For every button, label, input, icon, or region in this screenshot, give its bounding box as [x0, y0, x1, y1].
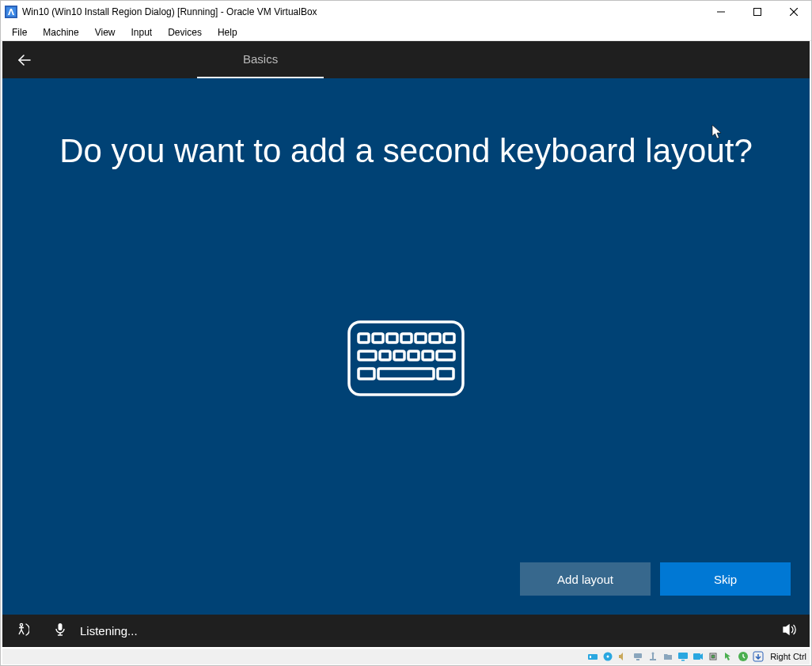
svg-rect-32	[634, 653, 642, 658]
svg-rect-28	[588, 654, 598, 660]
svg-rect-3	[754, 9, 761, 16]
maximize-button[interactable]	[739, 0, 776, 24]
svg-rect-29	[590, 656, 591, 658]
keyboard-icon	[347, 320, 465, 400]
microphone-icon[interactable]	[55, 622, 66, 640]
cpu-icon[interactable]	[707, 650, 719, 663]
svg-rect-20	[437, 351, 454, 360]
menu-file[interactable]: File	[4, 25, 35, 40]
harddisk-icon[interactable]	[586, 650, 599, 663]
hostkey-label: Right Ctrl	[770, 652, 806, 661]
svg-rect-36	[650, 659, 656, 660]
svg-rect-23	[438, 369, 453, 379]
mouse-integration-icon[interactable]	[722, 650, 734, 663]
recording-icon[interactable]	[692, 650, 704, 663]
usb-icon[interactable]	[647, 650, 659, 663]
svg-rect-14	[444, 334, 454, 342]
button-row: Add layout Skip	[520, 562, 791, 596]
svg-rect-22	[378, 369, 434, 379]
svg-rect-25	[59, 623, 63, 630]
window-title: Win10 (Win10 Install Region Dialog) [Run…	[22, 6, 703, 17]
menubar: File Machine View Input Devices Help	[0, 24, 812, 41]
tab-basics[interactable]: Basics	[197, 41, 324, 78]
oobe-canvas: Do you want to add a second keyboard lay…	[2, 78, 810, 615]
close-button[interactable]	[776, 0, 812, 24]
mouse-cursor-icon	[711, 124, 723, 144]
menu-view[interactable]: View	[87, 25, 123, 40]
svg-rect-10	[387, 334, 397, 342]
optical-icon[interactable]	[601, 650, 614, 663]
svg-rect-1	[6, 7, 16, 17]
svg-rect-21	[359, 369, 374, 379]
svg-rect-39	[693, 653, 700, 660]
keyboard-capture-icon[interactable]	[737, 650, 749, 663]
listening-status: Listening...	[80, 624, 783, 638]
minimize-button[interactable]	[703, 0, 739, 24]
accessibility-icon[interactable]	[15, 622, 29, 639]
svg-rect-8	[359, 334, 369, 342]
svg-point-31	[607, 656, 609, 658]
audio-icon[interactable]	[617, 650, 629, 663]
oobe-taskbar: Listening...	[2, 615, 810, 647]
svg-rect-9	[373, 334, 383, 342]
add-layout-button[interactable]: Add layout	[520, 562, 651, 596]
menu-input[interactable]: Input	[123, 25, 161, 40]
svg-rect-13	[430, 334, 440, 342]
display-icon[interactable]	[677, 650, 689, 663]
volume-icon[interactable]	[783, 623, 797, 639]
menu-devices[interactable]: Devices	[160, 25, 210, 40]
svg-rect-41	[711, 655, 715, 658]
svg-rect-12	[415, 334, 426, 342]
hostkey-indicator-icon[interactable]	[752, 650, 765, 663]
svg-rect-17	[394, 351, 404, 360]
skip-button[interactable]: Skip	[660, 562, 791, 596]
back-button[interactable]	[2, 41, 47, 78]
network-icon[interactable]	[632, 650, 644, 663]
menu-help[interactable]: Help	[210, 25, 245, 40]
svg-rect-19	[423, 351, 433, 360]
page-heading: Do you want to add a second keyboard lay…	[2, 132, 810, 170]
svg-rect-37	[678, 653, 688, 659]
menu-machine[interactable]: Machine	[35, 25, 86, 40]
virtualbox-logo-icon	[5, 6, 17, 18]
guest-display[interactable]: Basics Do you want to add a second keybo…	[2, 41, 810, 647]
add-layout-label: Add layout	[557, 573, 613, 586]
tab-label: Basics	[243, 52, 278, 66]
skip-label: Skip	[714, 573, 737, 586]
svg-rect-16	[380, 351, 390, 360]
shared-folders-icon[interactable]	[662, 650, 674, 663]
svg-rect-15	[359, 351, 376, 360]
svg-rect-35	[652, 653, 654, 660]
oobe-header: Basics	[2, 41, 810, 78]
svg-rect-38	[681, 660, 685, 661]
titlebar: Win10 (Win10 Install Region Dialog) [Run…	[0, 0, 812, 24]
vbox-statusbar: Right Ctrl	[2, 649, 810, 664]
svg-point-24	[20, 623, 22, 626]
svg-rect-33	[636, 659, 639, 660]
svg-rect-18	[408, 351, 419, 360]
svg-rect-11	[401, 334, 412, 342]
